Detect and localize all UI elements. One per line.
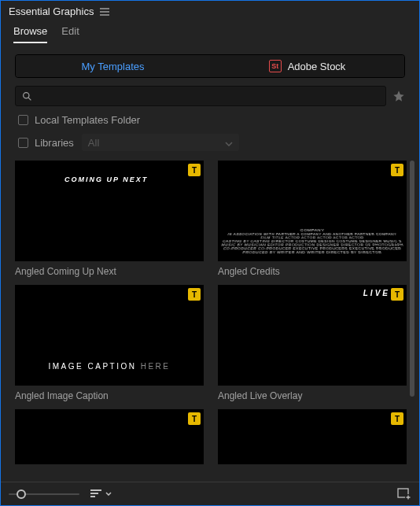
chevron-down-icon (225, 137, 233, 149)
source-adobe-stock[interactable]: St Adobe Stock (210, 55, 404, 77)
type-template-icon: T (188, 288, 201, 301)
libraries-label: Libraries (35, 137, 74, 149)
libraries-select[interactable]: All (82, 134, 239, 151)
template-card[interactable]: T IMAGE CAPTION HERE Angled Image Captio… (15, 285, 204, 401)
source-adobe-stock-label: Adobe Stock (288, 61, 346, 72)
libraries-checkbox[interactable] (18, 138, 28, 148)
type-template-icon: T (391, 164, 403, 176)
thumb-text: COMING UP NEXT (64, 175, 148, 183)
svg-point-0 (24, 92, 29, 98)
search-box[interactable] (15, 86, 386, 106)
thumb-text: LIVE (363, 289, 390, 297)
thumb-text: COMPANY IN ASSOCIATION WITH PARTNER A CO… (219, 228, 406, 254)
tab-strip: Browse Edit (1, 17, 419, 43)
type-template-icon: T (188, 412, 201, 425)
template-card[interactable]: T LIVE Angled Live Overlay (218, 285, 407, 401)
panel-title: Essential Graphics (9, 6, 94, 17)
favorites-filter-icon[interactable] (392, 90, 405, 102)
template-label: Angled Coming Up Next (15, 266, 204, 277)
new-item-button[interactable] (397, 488, 411, 500)
scrollbar[interactable] (410, 161, 414, 482)
panel-footer (1, 482, 419, 505)
source-my-templates[interactable]: My Templates (16, 55, 210, 77)
thumb-text: IMAGE CAPTION HERE (16, 362, 203, 371)
sort-icon (90, 489, 103, 499)
libraries-select-value: All (88, 137, 99, 149)
essential-graphics-panel: Essential Graphics Browse Edit My Templa… (0, 0, 420, 506)
type-template-icon: T (391, 288, 403, 301)
chevron-down-icon (105, 492, 112, 496)
template-thumbnail: T LIVE (218, 285, 407, 386)
sort-button[interactable] (90, 489, 112, 499)
template-thumbnail: T COMING UP NEXT (15, 161, 204, 261)
local-folder-label: Local Templates Folder (35, 114, 140, 126)
source-my-templates-label: My Templates (82, 61, 145, 72)
adobe-stock-icon: St (269, 60, 282, 72)
template-thumbnail: T IMAGE CAPTION HERE (15, 285, 204, 386)
thumbnail-size-slider[interactable] (9, 489, 79, 500)
template-card[interactable]: T (218, 409, 407, 464)
templates-grid: T COMING UP NEXT Angled Coming Up Next T… (15, 161, 407, 482)
type-template-icon: T (188, 164, 201, 176)
search-input[interactable] (32, 90, 379, 102)
type-template-icon: T (391, 412, 403, 425)
template-label: Angled Image Caption (15, 390, 204, 401)
template-card[interactable]: T (15, 409, 204, 464)
hamburger-icon[interactable] (100, 8, 109, 16)
template-thumbnail: T (15, 409, 204, 464)
template-card[interactable]: T COMPANY IN ASSOCIATION WITH PARTNER A … (218, 161, 407, 277)
tab-browse[interactable]: Browse (13, 25, 47, 43)
svg-line-1 (28, 98, 31, 100)
template-label: Angled Live Overlay (218, 390, 407, 401)
template-label: Angled Credits (218, 266, 407, 277)
template-thumbnail: T COMPANY IN ASSOCIATION WITH PARTNER A … (218, 161, 407, 261)
local-folder-checkbox[interactable] (18, 115, 28, 125)
scrollbar-thumb[interactable] (410, 161, 414, 397)
search-icon (22, 91, 32, 102)
source-toggle: My Templates St Adobe Stock (15, 54, 405, 78)
tab-edit[interactable]: Edit (61, 25, 79, 43)
template-thumbnail: T (218, 409, 407, 464)
template-card[interactable]: T COMING UP NEXT Angled Coming Up Next (15, 161, 204, 277)
